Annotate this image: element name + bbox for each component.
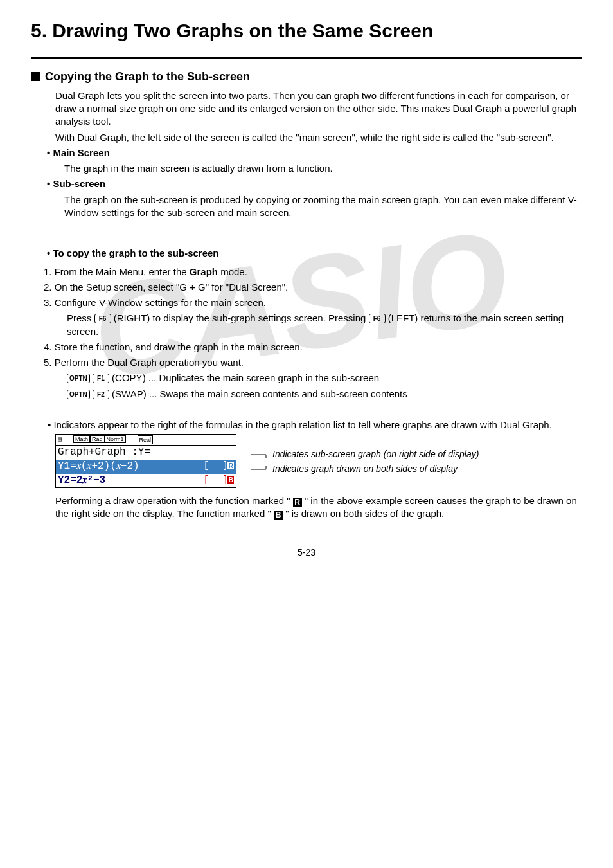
annotation-2-text: Indicates graph drawn on both sides of d… [272, 463, 458, 475]
closing-c: " is drawn on both sides of the graph. [283, 508, 444, 519]
main-screen-heading: • Main Screen [55, 147, 582, 159]
page-number: 5-23 [31, 547, 582, 559]
step-5a-text: (COPY) ... Duplicates the main screen gr… [109, 372, 379, 383]
closing-a: Performing a draw operation with the fun… [55, 495, 293, 506]
step-3-sub-a: Press [67, 312, 94, 323]
main-screen-label: Main Screen [53, 147, 109, 158]
step-1-mode: Graph [190, 266, 218, 277]
square-bullet-icon [31, 72, 40, 81]
step-4: 4. Store the function, and draw the grap… [55, 341, 582, 354]
calc-y1-tag: [ — ]R [204, 460, 234, 474]
annotation-2: Indicates graph drawn on both sides of d… [251, 463, 582, 475]
section-title-text: Copying the Graph to the Sub-screen [45, 69, 250, 84]
f1-key-icon: F1 [93, 374, 109, 383]
section-heading: Copying the Graph to the Sub-screen [31, 69, 582, 84]
f6-key-icon: F6 [369, 314, 386, 323]
step-3: 3. Configure V-Window settings for the m… [55, 296, 582, 309]
sub-screen-heading: • Sub-screen [55, 177, 582, 190]
calc-y1-line: Y1=𝑥(𝑥+2)(𝑥−2) [ — ]R [56, 460, 236, 474]
calc-tag2-box: B [227, 476, 234, 484]
calculator-figure: ▤ MathRadNorm1 Real Graph+Graph :Y= Y1=𝑥… [55, 434, 582, 488]
f2-key-icon: F2 [93, 390, 109, 399]
status-math: Math [73, 435, 90, 443]
step-1: 1. From the Main Menu, enter the Graph m… [55, 266, 582, 278]
leader-line-icon [251, 465, 272, 474]
intro-paragraph-2: With Dual Graph, the left side of the sc… [55, 131, 582, 144]
step-1-pre: 1. From the Main Menu, enter the [44, 266, 190, 277]
annotation-1-text: Indicates sub-screen graph (on right sid… [272, 448, 479, 460]
step-5b-text: (SWAP) ... Swaps the main screen content… [109, 388, 407, 399]
divider [31, 57, 582, 59]
optn-key-icon: OPTN [67, 374, 90, 383]
step-1-post: mode. [218, 266, 247, 277]
calc-status-bar: ▤ MathRadNorm1 Real [56, 435, 236, 446]
status-real: Real [138, 435, 154, 444]
step-2: 2. On the Setup screen, select "G + G" f… [55, 281, 582, 294]
closing-paragraph: Performing a draw operation with the fun… [55, 494, 582, 521]
step-3-sub: Press F6 (RIGHT) to display the sub-grap… [67, 312, 582, 338]
status-norm: Norm1 [105, 435, 126, 443]
annotation-1: Indicates sub-screen graph (on right sid… [251, 448, 582, 460]
f6-key-icon: F6 [94, 314, 111, 323]
calc-tag2-bracket: [ — ] [204, 475, 227, 485]
calc-tag1-bracket: [ — ] [204, 460, 227, 471]
sub-screen-label: Sub-screen [53, 178, 105, 189]
r-indicator-icon: R [293, 498, 302, 507]
step-5a: OPTN F1 (COPY) ... Duplicates the main s… [67, 372, 582, 384]
step-3-sub-b: (RIGHT) to display the sub-graph setting… [111, 312, 369, 323]
calc-y1-formula: Y1=𝑥(𝑥+2)(𝑥−2) [58, 460, 139, 474]
calc-header-text: Graph+Graph :Y= [58, 446, 150, 460]
b-indicator-icon: B [274, 511, 283, 520]
step-5: 5. Perform the Dual Graph operation you … [55, 356, 582, 369]
procedure-title-text: To copy the graph to the sub-screen [53, 248, 218, 258]
status-rad: Rad [90, 435, 105, 443]
sub-screen-text: The graph on the sub-screen is produced … [64, 194, 582, 220]
chapter-title: 5. Drawing Two Graphs on the Same Screen [31, 18, 582, 44]
annotation-column: Indicates sub-screen graph (on right sid… [251, 434, 582, 475]
indicator-note: • Indicators appear to the right of the … [55, 419, 582, 431]
step-5b: OPTN F2 (SWAP) ... Swaps the main screen… [67, 388, 582, 401]
calc-screenshot: ▤ MathRadNorm1 Real Graph+Graph :Y= Y1=𝑥… [55, 434, 236, 488]
divider [55, 235, 582, 235]
calc-header-line: Graph+Graph :Y= [56, 446, 236, 460]
calc-y2-formula: Y2=2𝑥²−3 [58, 474, 105, 488]
procedure-heading: • To copy the graph to the sub-screen [55, 247, 582, 260]
optn-key-icon: OPTN [67, 390, 90, 399]
calc-y2-tag: [ — ]B [204, 474, 234, 488]
calc-y2-line: Y2=2𝑥²−3 [ — ]B [56, 474, 236, 488]
leader-line-icon [251, 450, 272, 459]
calc-tag1-box: R [227, 462, 234, 469]
main-screen-text: The graph in the main screen is actually… [64, 162, 582, 175]
intro-paragraph-1: Dual Graph lets you split the screen int… [55, 89, 582, 129]
